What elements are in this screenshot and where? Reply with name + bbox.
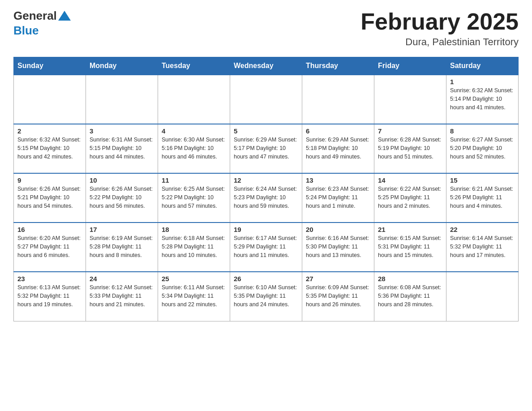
calendar-cell: 17Sunrise: 6:19 AM Sunset: 5:28 PM Dayli… bbox=[86, 223, 158, 272]
title-block: February 2025 Dura, Palestinian Territor… bbox=[360, 9, 519, 48]
day-number: 17 bbox=[90, 226, 154, 233]
calendar-table: SundayMondayTuesdayWednesdayThursdayFrid… bbox=[13, 57, 519, 321]
calendar-cell: 16Sunrise: 6:20 AM Sunset: 5:27 PM Dayli… bbox=[14, 223, 86, 272]
day-info: Sunrise: 6:18 AM Sunset: 5:28 PM Dayligh… bbox=[162, 234, 226, 259]
day-number: 7 bbox=[378, 127, 442, 135]
location-subtitle: Dura, Palestinian Territory bbox=[360, 36, 519, 48]
calendar-cell: 27Sunrise: 6:09 AM Sunset: 5:35 PM Dayli… bbox=[302, 272, 374, 321]
calendar-cell: 23Sunrise: 6:13 AM Sunset: 5:32 PM Dayli… bbox=[14, 272, 86, 321]
calendar-cell: 28Sunrise: 6:08 AM Sunset: 5:36 PM Dayli… bbox=[374, 272, 446, 321]
day-number: 8 bbox=[450, 127, 515, 135]
calendar-cell: 5Sunrise: 6:29 AM Sunset: 5:17 PM Daylig… bbox=[230, 124, 302, 173]
day-info: Sunrise: 6:27 AM Sunset: 5:20 PM Dayligh… bbox=[450, 136, 515, 161]
day-number: 2 bbox=[17, 127, 82, 135]
day-info: Sunrise: 6:16 AM Sunset: 5:30 PM Dayligh… bbox=[306, 234, 370, 259]
calendar-cell: 10Sunrise: 6:26 AM Sunset: 5:22 PM Dayli… bbox=[86, 173, 158, 223]
logo-wordmark: General Blue bbox=[13, 9, 71, 38]
day-info: Sunrise: 6:22 AM Sunset: 5:25 PM Dayligh… bbox=[378, 185, 442, 210]
day-number: 20 bbox=[306, 226, 370, 233]
day-number: 1 bbox=[450, 78, 515, 86]
day-number: 21 bbox=[378, 226, 442, 233]
calendar-cell: 11Sunrise: 6:25 AM Sunset: 5:22 PM Dayli… bbox=[158, 173, 230, 223]
weekday-header-friday: Friday bbox=[374, 57, 446, 75]
day-number: 16 bbox=[17, 226, 82, 233]
day-info: Sunrise: 6:30 AM Sunset: 5:16 PM Dayligh… bbox=[162, 136, 226, 161]
day-info: Sunrise: 6:32 AM Sunset: 5:15 PM Dayligh… bbox=[17, 136, 82, 161]
calendar-cell bbox=[446, 272, 519, 321]
calendar-cell: 21Sunrise: 6:15 AM Sunset: 5:31 PM Dayli… bbox=[374, 223, 446, 272]
day-info: Sunrise: 6:13 AM Sunset: 5:32 PM Dayligh… bbox=[17, 283, 82, 308]
day-number: 5 bbox=[234, 127, 298, 135]
day-number: 3 bbox=[90, 127, 154, 135]
calendar-cell bbox=[158, 75, 230, 124]
day-info: Sunrise: 6:10 AM Sunset: 5:35 PM Dayligh… bbox=[234, 283, 298, 308]
calendar-cell: 20Sunrise: 6:16 AM Sunset: 5:30 PM Dayli… bbox=[302, 223, 374, 272]
day-info: Sunrise: 6:29 AM Sunset: 5:18 PM Dayligh… bbox=[306, 136, 370, 161]
calendar-cell: 12Sunrise: 6:24 AM Sunset: 5:23 PM Dayli… bbox=[230, 173, 302, 223]
day-info: Sunrise: 6:32 AM Sunset: 5:14 PM Dayligh… bbox=[450, 86, 515, 111]
day-number: 24 bbox=[90, 275, 154, 283]
calendar-cell: 14Sunrise: 6:22 AM Sunset: 5:25 PM Dayli… bbox=[374, 173, 446, 223]
day-number: 25 bbox=[162, 275, 226, 283]
day-number: 28 bbox=[378, 275, 442, 283]
calendar-cell: 22Sunrise: 6:14 AM Sunset: 5:32 PM Dayli… bbox=[446, 223, 519, 272]
calendar-cell: 2Sunrise: 6:32 AM Sunset: 5:15 PM Daylig… bbox=[14, 124, 86, 173]
day-info: Sunrise: 6:17 AM Sunset: 5:29 PM Dayligh… bbox=[234, 234, 298, 259]
page-header: General Blue February 2025 Dura, Palesti… bbox=[13, 9, 519, 48]
day-number: 4 bbox=[162, 127, 226, 135]
day-info: Sunrise: 6:28 AM Sunset: 5:19 PM Dayligh… bbox=[378, 136, 442, 161]
calendar-cell: 15Sunrise: 6:21 AM Sunset: 5:26 PM Dayli… bbox=[446, 173, 519, 223]
calendar-cell: 4Sunrise: 6:30 AM Sunset: 5:16 PM Daylig… bbox=[158, 124, 230, 173]
weekday-header-saturday: Saturday bbox=[446, 57, 519, 75]
weekday-header-tuesday: Tuesday bbox=[158, 57, 230, 75]
day-info: Sunrise: 6:21 AM Sunset: 5:26 PM Dayligh… bbox=[450, 185, 515, 210]
calendar-cell: 18Sunrise: 6:18 AM Sunset: 5:28 PM Dayli… bbox=[158, 223, 230, 272]
calendar-cell bbox=[86, 75, 158, 124]
calendar-cell: 1Sunrise: 6:32 AM Sunset: 5:14 PM Daylig… bbox=[446, 75, 519, 124]
weekday-header-thursday: Thursday bbox=[302, 57, 374, 75]
calendar-week-row: 9Sunrise: 6:26 AM Sunset: 5:21 PM Daylig… bbox=[14, 173, 519, 223]
calendar-cell: 9Sunrise: 6:26 AM Sunset: 5:21 PM Daylig… bbox=[14, 173, 86, 223]
day-info: Sunrise: 6:31 AM Sunset: 5:15 PM Dayligh… bbox=[90, 136, 154, 161]
logo-blue-text: Blue bbox=[13, 24, 39, 38]
calendar-cell: 8Sunrise: 6:27 AM Sunset: 5:20 PM Daylig… bbox=[446, 124, 519, 173]
day-info: Sunrise: 6:08 AM Sunset: 5:36 PM Dayligh… bbox=[378, 283, 442, 308]
logo: General Blue bbox=[13, 9, 71, 38]
day-info: Sunrise: 6:24 AM Sunset: 5:23 PM Dayligh… bbox=[234, 185, 298, 210]
weekday-header-monday: Monday bbox=[86, 57, 158, 75]
calendar-week-row: 23Sunrise: 6:13 AM Sunset: 5:32 PM Dayli… bbox=[14, 272, 519, 321]
logo-triangle-icon bbox=[58, 11, 71, 21]
calendar-cell bbox=[302, 75, 374, 124]
day-number: 18 bbox=[162, 226, 226, 233]
day-number: 9 bbox=[17, 176, 82, 184]
day-number: 15 bbox=[450, 176, 515, 184]
weekday-header-wednesday: Wednesday bbox=[230, 57, 302, 75]
day-number: 13 bbox=[306, 176, 370, 184]
calendar-cell bbox=[374, 75, 446, 124]
day-number: 6 bbox=[306, 127, 370, 135]
calendar-cell bbox=[230, 75, 302, 124]
day-info: Sunrise: 6:25 AM Sunset: 5:22 PM Dayligh… bbox=[162, 185, 226, 210]
day-info: Sunrise: 6:09 AM Sunset: 5:35 PM Dayligh… bbox=[306, 283, 370, 308]
day-number: 22 bbox=[450, 226, 515, 233]
day-number: 10 bbox=[90, 176, 154, 184]
calendar-cell: 3Sunrise: 6:31 AM Sunset: 5:15 PM Daylig… bbox=[86, 124, 158, 173]
calendar-cell: 7Sunrise: 6:28 AM Sunset: 5:19 PM Daylig… bbox=[374, 124, 446, 173]
calendar-week-row: 16Sunrise: 6:20 AM Sunset: 5:27 PM Dayli… bbox=[14, 223, 519, 272]
calendar-cell: 19Sunrise: 6:17 AM Sunset: 5:29 PM Dayli… bbox=[230, 223, 302, 272]
day-info: Sunrise: 6:20 AM Sunset: 5:27 PM Dayligh… bbox=[17, 234, 82, 259]
day-info: Sunrise: 6:14 AM Sunset: 5:32 PM Dayligh… bbox=[450, 234, 515, 259]
day-info: Sunrise: 6:15 AM Sunset: 5:31 PM Dayligh… bbox=[378, 234, 442, 259]
calendar-cell bbox=[14, 75, 86, 124]
calendar-week-row: 1Sunrise: 6:32 AM Sunset: 5:14 PM Daylig… bbox=[14, 75, 519, 124]
day-info: Sunrise: 6:26 AM Sunset: 5:22 PM Dayligh… bbox=[90, 185, 154, 210]
day-number: 11 bbox=[162, 176, 226, 184]
day-info: Sunrise: 6:19 AM Sunset: 5:28 PM Dayligh… bbox=[90, 234, 154, 259]
logo-general-text: General bbox=[13, 9, 57, 23]
calendar-cell: 6Sunrise: 6:29 AM Sunset: 5:18 PM Daylig… bbox=[302, 124, 374, 173]
day-info: Sunrise: 6:12 AM Sunset: 5:33 PM Dayligh… bbox=[90, 283, 154, 308]
weekday-header-row: SundayMondayTuesdayWednesdayThursdayFrid… bbox=[14, 57, 519, 75]
day-info: Sunrise: 6:26 AM Sunset: 5:21 PM Dayligh… bbox=[17, 185, 82, 210]
day-number: 14 bbox=[378, 176, 442, 184]
day-number: 26 bbox=[234, 275, 298, 283]
